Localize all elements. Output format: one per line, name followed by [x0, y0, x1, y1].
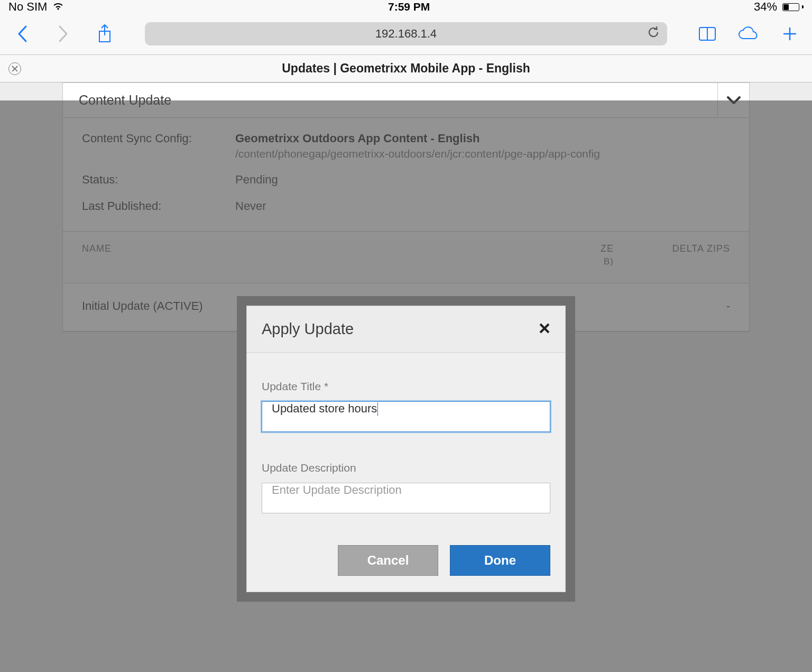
- page-title: Updates | Geometrixx Mobile App - Englis…: [21, 61, 791, 76]
- ios-status-bar: No SIM 7:59 PM 34%: [0, 0, 812, 13]
- back-button[interactable]: [11, 22, 34, 45]
- page-header: Updates | Geometrixx Mobile App - Englis…: [0, 55, 812, 82]
- update-description-input[interactable]: Enter Update Description: [262, 483, 550, 513]
- close-page-button[interactable]: [8, 62, 21, 75]
- dialog-close-button[interactable]: [539, 322, 550, 337]
- apply-update-dialog: Apply Update Update Title * Updated stor…: [237, 296, 575, 602]
- update-title-label: Update Title *: [262, 380, 550, 393]
- update-description-placeholder: Enter Update Description: [272, 483, 402, 496]
- new-tab-button[interactable]: [778, 22, 801, 45]
- bookmarks-button[interactable]: [696, 22, 719, 45]
- update-title-value: Updated store hours: [272, 402, 377, 415]
- reload-button[interactable]: [647, 25, 660, 42]
- wifi-icon: [52, 0, 64, 14]
- forward-button[interactable]: [52, 22, 75, 45]
- url-label: 192.168.1.4: [375, 27, 437, 41]
- address-bar[interactable]: 192.168.1.4: [145, 22, 667, 45]
- dialog-title: Apply Update: [262, 320, 354, 338]
- battery-pct-label: 34%: [754, 0, 777, 14]
- done-button[interactable]: Done: [450, 545, 550, 576]
- carrier-label: No SIM: [8, 0, 47, 14]
- update-title-input[interactable]: Updated store hours: [262, 401, 550, 432]
- safari-toolbar: 192.168.1.4: [0, 13, 812, 55]
- battery-icon: [782, 3, 804, 11]
- update-description-label: Update Description: [262, 462, 550, 474]
- cancel-button[interactable]: Cancel: [338, 545, 438, 576]
- close-icon: [539, 323, 550, 334]
- share-button[interactable]: [93, 22, 116, 45]
- clock-label: 7:59 PM: [388, 1, 430, 13]
- cloud-button[interactable]: [737, 22, 760, 45]
